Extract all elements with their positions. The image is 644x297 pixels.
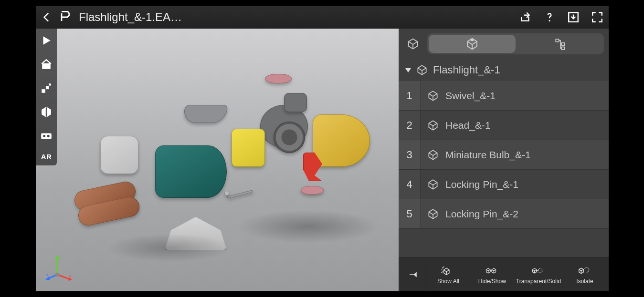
row-index: 2 bbox=[399, 111, 421, 140]
svg-rect-19 bbox=[556, 39, 559, 41]
list-item[interactable]: 2 Head_&-1 bbox=[399, 111, 609, 140]
svg-point-0 bbox=[549, 20, 550, 21]
action-label: Isolate bbox=[576, 278, 593, 285]
isolate-button[interactable]: Isolate bbox=[564, 265, 606, 285]
play-icon[interactable] bbox=[39, 33, 53, 48]
part-end-cap bbox=[100, 136, 138, 174]
share-icon[interactable] bbox=[518, 10, 533, 25]
svg-marker-14 bbox=[45, 277, 50, 280]
row-index: 4 bbox=[399, 170, 421, 199]
component-list[interactable]: 1 Swivel_&-1 2 Head_&-1 3 Miniature Bulb… bbox=[399, 81, 609, 257]
action-label: Hide/Show bbox=[478, 278, 506, 285]
part-icon bbox=[423, 119, 443, 132]
component-panel: Flashlight_&-1 1 Swivel_&-1 2 Head_&-1 3… bbox=[399, 29, 609, 291]
svg-rect-20 bbox=[561, 43, 565, 45]
orientation-triad[interactable]: y x z bbox=[45, 253, 74, 282]
part-switch-housing bbox=[232, 129, 265, 167]
section-view-icon[interactable] bbox=[39, 105, 53, 119]
action-label: Transparent/Solid bbox=[516, 278, 561, 285]
svg-point-7 bbox=[43, 135, 45, 137]
part-icon bbox=[423, 178, 443, 191]
svg-rect-4 bbox=[46, 86, 49, 90]
svg-rect-5 bbox=[49, 83, 51, 85]
part-lens-inner bbox=[274, 122, 305, 153]
svg-line-11 bbox=[57, 275, 70, 279]
viewport-3d[interactable]: AR y x z bbox=[36, 29, 399, 291]
vr-icon[interactable] bbox=[39, 129, 53, 143]
row-label: Head_&-1 bbox=[445, 120, 491, 131]
top-bar: Flashlight_&-1.EA… bbox=[36, 6, 609, 29]
part-button-cap-top bbox=[265, 74, 292, 83]
app-logo-icon bbox=[60, 10, 71, 25]
svg-rect-3 bbox=[42, 89, 45, 93]
tree-root-label: Flashlight_&-1 bbox=[433, 64, 500, 76]
part-head bbox=[313, 114, 370, 167]
action-label: Show All bbox=[437, 278, 459, 285]
part-clip-cover bbox=[182, 105, 228, 123]
part-icon bbox=[423, 149, 443, 161]
svg-rect-6 bbox=[41, 133, 52, 139]
part-icon bbox=[423, 208, 443, 220]
part-swivel-arm bbox=[284, 93, 307, 112]
tab-tree[interactable] bbox=[517, 33, 604, 54]
back-icon[interactable] bbox=[40, 10, 55, 25]
part-button-cap-bottom bbox=[301, 186, 324, 195]
list-item[interactable]: 5 Locking Pin_&-2 bbox=[399, 199, 609, 229]
home-icon[interactable] bbox=[39, 57, 53, 72]
row-label: Swivel_&-1 bbox=[445, 90, 496, 102]
list-item[interactable]: 4 Locking Pin_&-1 bbox=[399, 170, 609, 199]
svg-point-15 bbox=[55, 273, 59, 277]
row-label: Locking Pin_&-2 bbox=[445, 208, 518, 220]
pin-panel-button[interactable] bbox=[401, 259, 425, 289]
collapse-triangle-icon[interactable] bbox=[405, 68, 411, 72]
list-item[interactable]: 3 Miniature Bulb_&-1 bbox=[399, 140, 609, 170]
explode-icon[interactable] bbox=[39, 81, 53, 95]
row-index: 1 bbox=[399, 81, 421, 110]
svg-rect-21 bbox=[561, 47, 565, 50]
fullscreen-icon[interactable] bbox=[590, 10, 605, 25]
panel-view-toggle bbox=[427, 33, 604, 54]
svg-text:y: y bbox=[59, 256, 61, 260]
tree-root[interactable]: Flashlight_&-1 bbox=[399, 59, 609, 81]
row-index: 5 bbox=[399, 199, 421, 228]
part-screw bbox=[227, 190, 253, 198]
import-icon[interactable] bbox=[566, 10, 581, 25]
document-title: Flashlight_&-1.EA… bbox=[79, 10, 182, 24]
svg-text:z: z bbox=[46, 273, 48, 277]
svg-marker-2 bbox=[43, 36, 51, 44]
svg-point-8 bbox=[47, 135, 50, 137]
hide-show-button[interactable]: Hide/Show bbox=[471, 265, 513, 285]
shadow bbox=[236, 210, 380, 243]
panel-mode-icon[interactable] bbox=[403, 34, 422, 53]
part-icon bbox=[423, 90, 443, 102]
list-item[interactable]: 1 Swivel_&-1 bbox=[399, 81, 609, 111]
transparent-solid-button[interactable]: Transparent/Solid bbox=[515, 265, 562, 285]
ar-button[interactable]: AR bbox=[41, 153, 52, 161]
row-index: 3 bbox=[399, 140, 421, 169]
part-body bbox=[155, 145, 227, 198]
tab-components[interactable] bbox=[429, 35, 516, 53]
help-icon[interactable] bbox=[542, 10, 557, 25]
show-all-button[interactable]: Show All bbox=[427, 265, 469, 285]
svg-text:x: x bbox=[69, 274, 71, 278]
row-label: Locking Pin_&-1 bbox=[445, 179, 518, 190]
panel-action-bar: Show All Hide/Show Transparent/Solid Iso… bbox=[399, 257, 609, 291]
left-toolbar: AR bbox=[36, 29, 57, 165]
row-label: Miniature Bulb_&-1 bbox=[445, 149, 531, 161]
part-screw-head bbox=[224, 191, 229, 195]
shadow bbox=[107, 234, 232, 262]
